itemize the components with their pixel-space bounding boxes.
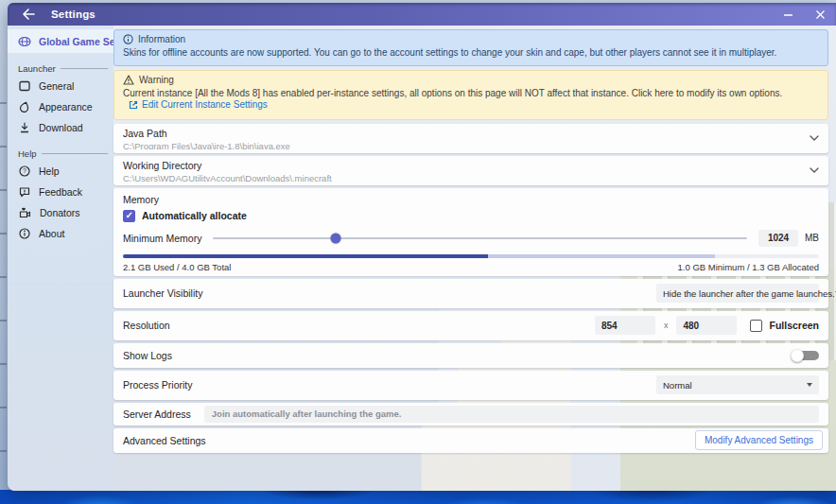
download-icon xyxy=(19,122,30,133)
auto-allocate-label: Automatically allocate xyxy=(142,210,247,221)
advanced-settings-card: Advanced Settings Modify Advanced Settin… xyxy=(113,428,828,453)
close-icon xyxy=(815,9,826,20)
warning-banner-title: Warning xyxy=(139,75,174,85)
chevron-down-icon[interactable] xyxy=(810,167,819,173)
chevron-down-icon[interactable] xyxy=(810,135,819,141)
general-icon xyxy=(19,80,30,92)
paint-icon xyxy=(19,101,30,113)
feedback-icon xyxy=(19,186,30,198)
advanced-settings-label: Advanced Settings xyxy=(123,435,206,446)
working-directory-label: Working Directory xyxy=(123,160,804,171)
server-address-input[interactable] xyxy=(204,406,819,423)
resolution-separator: x xyxy=(664,321,669,330)
show-logs-label: Show Logs xyxy=(123,350,172,361)
sidebar-item-general[interactable]: General xyxy=(8,76,113,96)
launcher-visibility-dropdown[interactable]: Hide the launcher after the game launche… xyxy=(656,284,819,303)
memory-bar-allocated xyxy=(488,254,714,258)
warning-banner-text: Current instance [All the Mods 8] has en… xyxy=(123,88,782,98)
donators-icon xyxy=(19,207,31,218)
sidebar-item-donators[interactable]: Donators xyxy=(8,202,113,223)
show-logs-card: Show Logs xyxy=(113,343,828,368)
memory-used-text: 2.1 GB Used / 4.0 GB Total xyxy=(123,262,231,272)
sidebar-item-appearance[interactable]: Appearance xyxy=(8,96,113,117)
warning-icon xyxy=(123,75,134,85)
info-banner-title: Information xyxy=(138,34,185,44)
info-banner-text: Skins for offline accounts are now suppo… xyxy=(123,47,819,60)
memory-usage-bar xyxy=(123,254,819,258)
memory-slider-thumb[interactable] xyxy=(331,233,341,243)
page-title: Settings xyxy=(51,9,96,20)
settings-content: Information Skins for offline accounts a… xyxy=(113,29,828,453)
show-logs-toggle[interactable] xyxy=(791,349,819,361)
sidebar: Global Game Sett... Launcher General App… xyxy=(8,26,113,491)
java-path-card[interactable]: Java Path C:\Program Files\Java\jre-1.8\… xyxy=(113,124,828,153)
process-priority-dropdown[interactable]: Normal xyxy=(656,375,819,394)
taskbar-wallpaper xyxy=(0,490,836,504)
sidebar-item-global-game-settings[interactable]: Global Game Sett... xyxy=(8,29,113,53)
memory-unit-label: MB xyxy=(805,233,819,243)
modify-advanced-settings-button[interactable]: Modify Advanced Settings xyxy=(695,430,823,450)
launcher-visibility-label: Launcher Visibility xyxy=(123,287,202,299)
java-path-label: Java Path xyxy=(123,128,804,139)
resolution-card: Resolution 854 x 480 Fullscreen xyxy=(113,311,828,340)
warning-banner: Warning Current instance [All the Mods 8… xyxy=(113,70,828,120)
resolution-width-input[interactable]: 854 xyxy=(595,316,655,335)
sidebar-item-download[interactable]: Download xyxy=(8,117,113,138)
process-priority-label: Process Priority xyxy=(123,379,193,391)
sidebar-item-help[interactable]: ? Help xyxy=(8,161,113,182)
min-memory-label: Minimum Memory xyxy=(123,233,201,244)
server-address-label: Server Address xyxy=(123,408,191,420)
info-icon xyxy=(123,34,133,44)
minimize-button[interactable] xyxy=(772,3,804,26)
info-banner: Information Skins for offline accounts a… xyxy=(113,29,828,66)
dropdown-caret-icon xyxy=(807,383,812,387)
desktop-icon-label-fragments xyxy=(0,85,7,466)
working-directory-card[interactable]: Working Directory C:\Users\WDAGUtilityAc… xyxy=(113,156,828,185)
fullscreen-label: Fullscreen xyxy=(769,320,819,331)
memory-slider[interactable] xyxy=(213,237,747,239)
resolution-label: Resolution xyxy=(123,320,170,331)
min-memory-input[interactable]: 1024 xyxy=(758,230,798,247)
fullscreen-checkbox[interactable] xyxy=(750,320,762,332)
titlebar: Settings xyxy=(8,3,836,26)
memory-card: Memory Automatically allocate Minimum Me… xyxy=(113,188,828,276)
minimize-icon xyxy=(783,9,793,20)
back-arrow-icon xyxy=(22,9,35,20)
server-address-card: Server Address xyxy=(113,403,828,426)
external-link-icon xyxy=(129,100,138,110)
sidebar-item-feedback[interactable]: Feedback xyxy=(8,182,113,202)
settings-window: Settings Global Game Sett... Launcher Ge… xyxy=(8,3,836,491)
java-path-value: C:\Program Files\Java\jre-1.8\bin\java.e… xyxy=(123,141,804,149)
process-priority-card: Process Priority Normal xyxy=(113,371,828,400)
launcher-visibility-card: Launcher Visibility Hide the launcher af… xyxy=(113,279,828,308)
about-icon xyxy=(19,228,30,239)
sidebar-section-help: Help xyxy=(18,148,108,159)
memory-label: Memory xyxy=(123,194,819,205)
edit-instance-settings-link[interactable]: Edit Current Instance Settings xyxy=(129,99,268,112)
working-directory-value: C:\Users\WDAGUtilityAccount\Downloads\.m… xyxy=(123,173,804,182)
help-icon: ? xyxy=(19,165,30,177)
auto-allocate-checkbox[interactable] xyxy=(123,210,135,222)
memory-bar-used xyxy=(123,254,488,258)
svg-text:?: ? xyxy=(23,167,26,174)
sidebar-item-about[interactable]: About xyxy=(8,223,113,244)
back-button[interactable] xyxy=(19,6,38,23)
globe-icon xyxy=(18,36,31,47)
close-button[interactable] xyxy=(804,3,836,26)
resolution-height-input[interactable]: 480 xyxy=(676,316,737,335)
memory-allocated-text: 1.0 GB Minimum / 1.3 GB Allocated xyxy=(678,262,819,272)
sidebar-section-launcher: Launcher xyxy=(18,63,108,74)
